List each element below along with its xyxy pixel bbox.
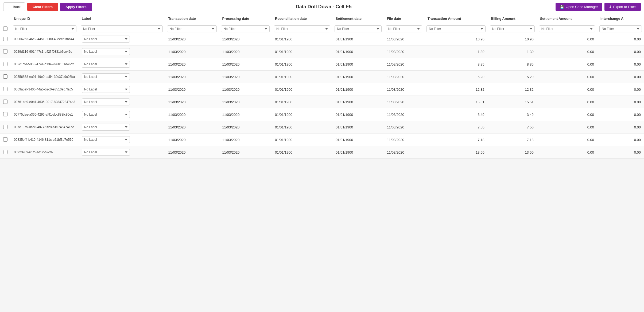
cell-file-date: 11/03/2020 [384, 146, 424, 159]
filter-settlement-date: No Filter [332, 24, 384, 35]
cell-settlement-date: 01/01/1900 [332, 121, 384, 134]
row-label-select[interactable]: No Label [82, 48, 130, 55]
cell-transaction-date: 11/03/2020 [165, 146, 219, 159]
apply-filters-button[interactable]: Apply Filters [60, 3, 92, 11]
open-case-manager-button[interactable]: 💾 Open Case Manager [556, 3, 602, 11]
cell-settlement-amount: 0.00 [537, 96, 597, 108]
filter-unique-id: No Filter [11, 24, 79, 35]
cell-transaction-date: 11/03/2020 [165, 71, 219, 83]
table-row: 00775dae-a366-4296-af91-dcc888fc80e1No L… [0, 108, 644, 121]
filter-unique-id-select[interactable]: No Filter [13, 25, 76, 32]
briefcase-icon: 💾 [560, 5, 564, 9]
filter-reconciliation-date-select[interactable]: No Filter [274, 25, 330, 32]
row-checkbox-cell [0, 58, 11, 71]
filter-file-date-select[interactable]: No Filter [386, 25, 422, 32]
row-checkbox[interactable] [3, 150, 7, 154]
table-container: Unique ID Label Transaction date Process… [0, 14, 644, 312]
cell-transaction-amount: 15.51 [424, 96, 488, 108]
cell-unique-id: 002c1dfe-5063-4744-b134-996b101d46c2 [11, 58, 79, 71]
cell-transaction-date: 11/03/2020 [165, 108, 219, 121]
row-checkbox[interactable] [3, 62, 7, 66]
export-to-excel-button[interactable]: ⇓ Export to Excel [604, 3, 641, 11]
cell-unique-id: 00775dae-a366-4296-af91-dcc888fc80e1 [11, 108, 79, 121]
cell-settlement-amount: 0.00 [537, 83, 597, 96]
table-row: 00556868-ea91-49e0-ba54-30c37a9c03baNo L… [0, 71, 644, 83]
cell-reconciliation-date: 01/01/1900 [272, 96, 332, 108]
header-reconciliation-date: Reconciliation date [272, 14, 332, 22]
table-row: 002c1dfe-5063-4744-b134-996b101d46c2No L… [0, 58, 644, 71]
cell-settlement-date: 01/01/1900 [332, 71, 384, 83]
row-label-select[interactable]: No Label [82, 86, 130, 93]
cell-interchange-a: 0.00 [597, 58, 644, 71]
row-checkbox[interactable] [3, 37, 7, 41]
filter-billing-amount-select[interactable]: No Filter [490, 25, 535, 32]
row-checkbox[interactable] [3, 125, 7, 129]
cell-interchange-a: 0.00 [597, 121, 644, 134]
row-checkbox[interactable] [3, 137, 7, 142]
cell-transaction-date: 11/03/2020 [165, 96, 219, 108]
row-label-select[interactable]: No Label [82, 111, 130, 118]
cell-transaction-date: 11/03/2020 [165, 121, 219, 134]
cell-label: No Label [79, 134, 165, 146]
cell-transaction-date: 11/03/2020 [165, 58, 219, 71]
cell-transaction-amount: 3.49 [424, 108, 488, 121]
cell-file-date: 11/03/2020 [384, 108, 424, 121]
cell-file-date: 11/03/2020 [384, 58, 424, 71]
filter-label-select[interactable]: No Filter [81, 25, 163, 32]
back-label: Back [13, 5, 21, 9]
cell-transaction-date: 11/03/2020 [165, 45, 219, 58]
cell-file-date: 11/03/2020 [384, 83, 424, 96]
table-row: 0069a5af-340b-44a5-b2c0-e3510ec7fac5No L… [0, 83, 644, 96]
cell-unique-id: 00761be9-e0b1-4635-9017-8284723474a3 [11, 96, 79, 108]
filter-processing-date-select[interactable]: No Filter [221, 25, 269, 32]
cell-transaction-amount: 8.85 [424, 58, 488, 71]
filter-settlement-date-select[interactable]: No Filter [335, 25, 382, 32]
cell-label: No Label [79, 71, 165, 83]
header-billing-amount: Billing Amount [488, 14, 537, 22]
row-label-select[interactable]: No Label [82, 36, 130, 43]
cell-reconciliation-date: 01/01/1900 [272, 71, 332, 83]
cell-billing-amount: 13.50 [488, 146, 537, 159]
clear-filters-button[interactable]: Clear Filters [27, 3, 58, 11]
row-label-select[interactable]: No Label [82, 73, 130, 80]
header-unique-id: Unique ID [11, 14, 79, 22]
cell-label: No Label [79, 108, 165, 121]
cell-unique-id: 0029d116-901f-47c1-a42f-f0331b7ce42e [11, 45, 79, 58]
filter-label: No Filter [79, 24, 165, 35]
cell-file-date: 11/03/2020 [384, 96, 424, 108]
cell-processing-date: 11/03/2020 [219, 71, 271, 83]
cell-settlement-date: 01/01/1900 [332, 96, 384, 108]
header-checkbox-col [0, 14, 11, 22]
row-checkbox[interactable] [3, 74, 7, 79]
cell-processing-date: 11/03/2020 [219, 134, 271, 146]
row-label-select[interactable]: No Label [82, 149, 130, 156]
row-checkbox-cell [0, 134, 11, 146]
filter-interchange-a-select[interactable]: No Filter [599, 25, 642, 32]
cell-processing-date: 11/03/2020 [219, 58, 271, 71]
table-row: 00761be9-e0b1-4635-9017-8284723474a3No L… [0, 96, 644, 108]
cell-file-date: 11/03/2020 [384, 134, 424, 146]
cell-processing-date: 11/03/2020 [219, 83, 271, 96]
data-table: Unique ID Label Transaction date Process… [0, 14, 644, 159]
row-label-select[interactable]: No Label [82, 98, 130, 105]
row-checkbox-cell [0, 83, 11, 96]
cell-unique-id: 00923909-61fb-4d12-b2cd- [11, 146, 79, 159]
filter-transaction-amount-select[interactable]: No Filter [426, 25, 486, 32]
row-label-select[interactable]: No Label [82, 61, 130, 68]
header-row: Unique ID Label Transaction date Process… [0, 14, 644, 22]
row-label-select[interactable]: No Label [82, 124, 130, 131]
cell-unique-id: 007c1975-0ae8-4877-9f28-b157464741ac [11, 121, 79, 134]
back-button[interactable]: ← Back [3, 2, 25, 11]
row-checkbox[interactable] [3, 112, 7, 116]
row-label-select[interactable]: No Label [82, 136, 130, 143]
row-checkbox[interactable] [3, 87, 7, 91]
cell-processing-date: 11/03/2020 [219, 45, 271, 58]
cell-billing-amount: 15.51 [488, 96, 537, 108]
filter-transaction-date-select[interactable]: No Filter [167, 25, 217, 32]
filter-settlement-amount-select[interactable]: No Filter [539, 25, 595, 32]
row-checkbox[interactable] [3, 49, 7, 54]
select-all-checkbox[interactable] [3, 26, 7, 31]
cell-billing-amount: 3.49 [488, 108, 537, 121]
cell-label: No Label [79, 146, 165, 159]
row-checkbox[interactable] [3, 100, 7, 104]
